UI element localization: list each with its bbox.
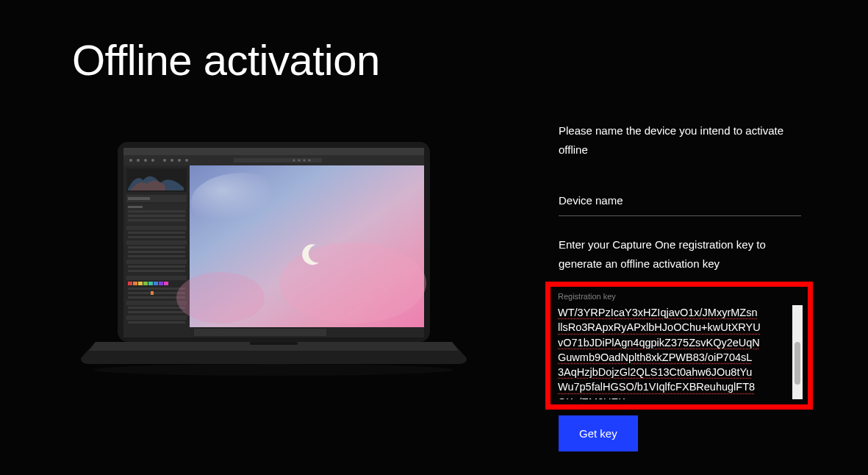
device-name-underline xyxy=(559,215,801,216)
page-title: Offline activation xyxy=(0,0,868,85)
svg-point-4 xyxy=(129,159,132,162)
svg-rect-35 xyxy=(128,270,185,272)
svg-rect-40 xyxy=(143,282,148,285)
registration-key-box: Registration key WT/3YRPzIcaY3xHZIqjavO1… xyxy=(545,282,813,410)
form-column: Please name the device you intend to act… xyxy=(559,121,826,451)
svg-rect-28 xyxy=(128,236,185,238)
svg-point-13 xyxy=(293,160,295,162)
svg-rect-26 xyxy=(126,226,187,230)
svg-point-6 xyxy=(144,159,147,162)
svg-point-8 xyxy=(163,159,166,162)
get-key-button[interactable]: Get key xyxy=(559,415,638,451)
svg-rect-24 xyxy=(128,215,185,217)
illustration-column xyxy=(73,121,500,451)
svg-point-57 xyxy=(176,272,265,324)
svg-rect-59 xyxy=(194,329,326,336)
svg-point-10 xyxy=(178,159,181,162)
registration-key-field[interactable]: WT/3YRPzIcaY3xHZIqjavO1x/JMxyrMZsnllsRo3… xyxy=(556,305,803,399)
svg-rect-20 xyxy=(128,197,150,200)
svg-rect-52 xyxy=(126,315,187,320)
svg-rect-50 xyxy=(128,307,185,309)
scrollbar-thumb[interactable] xyxy=(795,342,800,385)
svg-rect-53 xyxy=(128,321,185,324)
svg-point-15 xyxy=(304,160,306,162)
svg-point-9 xyxy=(171,159,173,162)
svg-rect-43 xyxy=(159,282,163,285)
registration-key-label: Registration key xyxy=(556,292,803,301)
device-name-field[interactable]: Device name xyxy=(559,194,826,216)
svg-rect-47 xyxy=(151,291,154,295)
content-area: Please name the device you intend to act… xyxy=(0,85,868,451)
svg-rect-39 xyxy=(138,282,143,285)
svg-rect-46 xyxy=(128,292,185,294)
svg-rect-29 xyxy=(126,240,187,245)
svg-rect-44 xyxy=(164,282,168,285)
svg-point-55 xyxy=(191,173,294,232)
svg-point-61 xyxy=(93,364,453,376)
svg-rect-38 xyxy=(133,282,137,285)
scrollbar[interactable] xyxy=(792,305,803,399)
svg-rect-34 xyxy=(128,265,185,268)
svg-rect-27 xyxy=(128,232,185,234)
svg-rect-37 xyxy=(128,282,132,285)
svg-point-16 xyxy=(309,160,311,162)
laptop-illustration xyxy=(73,136,474,379)
registration-instruction: Enter your Capture One registration key … xyxy=(559,235,808,273)
device-instruction: Please name the device you intend to act… xyxy=(559,121,808,159)
svg-rect-41 xyxy=(148,282,153,285)
svg-rect-51 xyxy=(128,311,185,313)
svg-rect-45 xyxy=(128,288,185,290)
svg-point-56 xyxy=(279,243,426,324)
svg-rect-25 xyxy=(128,219,185,221)
registration-key-text[interactable]: WT/3YRPzIcaY3xHZIqjavO1x/JMxyrMZsnllsRo3… xyxy=(556,305,791,399)
svg-rect-31 xyxy=(128,251,185,253)
svg-rect-60 xyxy=(250,342,298,345)
svg-point-14 xyxy=(298,160,301,162)
svg-point-7 xyxy=(151,159,154,162)
svg-rect-36 xyxy=(126,276,187,280)
svg-rect-22 xyxy=(128,206,143,208)
svg-rect-2 xyxy=(123,148,424,155)
svg-rect-33 xyxy=(126,260,187,264)
svg-point-5 xyxy=(137,159,140,162)
svg-rect-32 xyxy=(128,255,185,257)
svg-rect-30 xyxy=(128,246,185,249)
svg-rect-42 xyxy=(154,282,158,285)
svg-rect-23 xyxy=(128,210,185,213)
svg-point-11 xyxy=(185,159,188,162)
device-name-label: Device name xyxy=(559,194,826,213)
